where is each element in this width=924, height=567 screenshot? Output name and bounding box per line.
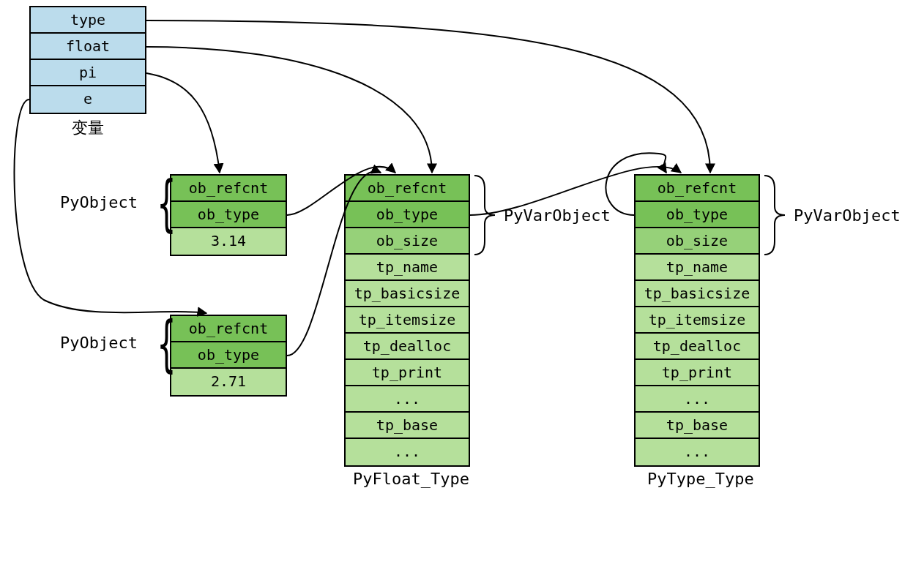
ft-tp-basicsize: tp_basicsize [346,281,469,307]
ft-ob-refcnt: ob_refcnt [346,176,469,202]
pytype-type-stack: ob_refcnt ob_type ob_size tp_name tp_bas… [634,174,760,467]
ft-tp-base: tp_base [346,413,469,439]
var-e: e [31,86,145,113]
ft-dots1: ... [346,386,469,413]
tt-dots2: ... [636,439,759,465]
ft-tp-itemsize: tp_itemsize [346,307,469,334]
pi-brace-label: PyObject [60,193,138,211]
tt-tp-itemsize: tp_itemsize [636,307,759,334]
ft-ob-type: ob_type [346,202,469,228]
variables-stack: type float pi e [29,6,146,114]
pi-object: ob_refcnt ob_type 3.14 [170,174,287,256]
pyfloat-caption: PyFloat_Type [353,470,469,488]
ft-tp-name: tp_name [346,255,469,281]
e-value: 2.71 [171,369,286,395]
e-object: ob_refcnt ob_type 2.71 [170,315,287,397]
tt-tp-name: tp_name [636,255,759,281]
pytype-caption: PyType_Type [647,470,754,488]
brace-pi: { [157,173,176,234]
e-ob-type: ob_type [171,342,286,369]
pi-ob-type: ob_type [171,202,286,228]
tt-tp-basicsize: tp_basicsize [636,281,759,307]
ft-varobj-label: PyVarObject [504,206,611,225]
e-ob-refcnt: ob_refcnt [171,316,286,342]
tt-varobj-label: PyVarObject [794,206,901,225]
tt-tp-base: tp_base [636,413,759,439]
tt-tp-print: tp_print [636,360,759,386]
e-brace-label: PyObject [60,334,138,352]
pi-ob-refcnt: ob_refcnt [171,176,286,202]
var-pi: pi [31,60,145,86]
tt-ob-refcnt: ob_refcnt [636,176,759,202]
var-float: float [31,34,145,60]
var-type: type [31,7,145,34]
pi-value: 3.14 [171,228,286,255]
ft-tp-print: tp_print [346,360,469,386]
tt-ob-type: ob_type [636,202,759,228]
variables-caption: 变量 [72,117,104,139]
tt-ob-size: ob_size [636,228,759,255]
brace-e: { [157,313,176,375]
ft-tp-dealloc: tp_dealloc [346,334,469,360]
pyfloat-type-stack: ob_refcnt ob_type ob_size tp_name tp_bas… [344,174,470,467]
ft-dots2: ... [346,439,469,465]
tt-dots1: ... [636,386,759,413]
tt-tp-dealloc: tp_dealloc [636,334,759,360]
ft-ob-size: ob_size [346,228,469,255]
